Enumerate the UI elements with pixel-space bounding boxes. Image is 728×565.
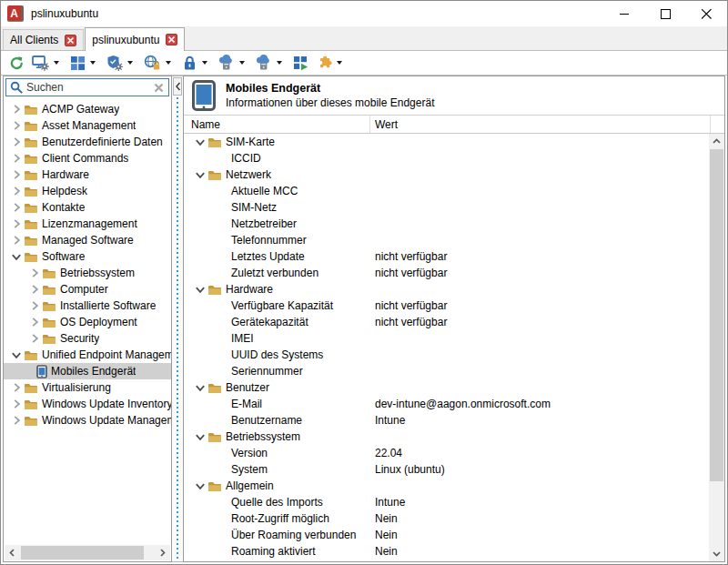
detail-row-aktuelle-mcc[interactable]: Aktuelle MCC (184, 183, 709, 199)
chevron-right-icon[interactable] (9, 135, 24, 149)
chevron-right-icon[interactable] (27, 331, 42, 346)
detail-row-telefonnummer[interactable]: Telefonnummer (184, 232, 709, 248)
scroll-down-button[interactable] (709, 546, 724, 561)
tree-item-mobiles-endger-t[interactable]: Mobiles Endgerät (4, 363, 171, 379)
detail-row-roaming-aktiviert[interactable]: Roaming aktiviertNein (184, 543, 709, 560)
detail-row-iccid[interactable]: ICCID (184, 150, 709, 166)
scroll-left-button[interactable] (5, 545, 20, 560)
dropdown-arrow-icon[interactable] (202, 61, 207, 65)
chevron-down-icon[interactable] (193, 282, 207, 297)
close-button[interactable] (686, 1, 727, 26)
tree-item-virtualisierung[interactable]: Virtualisierung (4, 379, 171, 396)
detail-row-allgemein[interactable]: Allgemein (184, 478, 709, 494)
chevron-right-icon[interactable] (9, 102, 24, 116)
dropdown-arrow-icon[interactable] (166, 61, 171, 65)
detail-row-root-zugriff-m-glich[interactable]: Root-Zugriff möglichNein (184, 510, 709, 527)
chevron-down-icon[interactable] (193, 167, 207, 182)
chevron-right-icon[interactable] (9, 167, 24, 182)
chevron-down-icon[interactable] (9, 249, 24, 264)
client-settings-button[interactable] (29, 53, 66, 73)
tree-item-acmp-gateway[interactable]: ACMP Gateway (4, 101, 171, 117)
tree-item-windows-update-management[interactable]: Windows Update Management (4, 412, 171, 429)
vertical-scrollbar-thumb[interactable] (710, 149, 723, 481)
scroll-right-button[interactable] (155, 545, 170, 560)
tree-item-lizenzmanagement[interactable]: Lizenzmanagement (4, 216, 171, 232)
tab-close-icon[interactable] (166, 34, 177, 45)
chevron-right-icon[interactable] (9, 397, 24, 411)
chevron-down-icon[interactable] (193, 380, 207, 395)
refresh-button[interactable] (6, 54, 27, 73)
detail-row-quelle-des-imports[interactable]: Quelle des ImportsIntune (184, 494, 709, 510)
detail-row-system[interactable]: SystemLinux (ubuntu) (184, 461, 709, 478)
detail-row-netzbetreiber[interactable]: Netzbetreiber (184, 216, 709, 232)
panel-splitter[interactable] (172, 76, 183, 562)
detail-row-ger-tekapazit-t[interactable]: Gerätekapazitätnicht verfügbar (184, 314, 709, 330)
tree-item-computer[interactable]: Computer (4, 281, 171, 298)
collapse-panel-button[interactable] (173, 77, 182, 96)
search-box[interactable] (5, 78, 169, 96)
horizontal-scrollbar-thumb[interactable] (21, 546, 144, 560)
chevron-right-icon[interactable] (27, 282, 42, 297)
tree-item-windows-update-inventory[interactable]: Windows Update Inventory (4, 396, 171, 412)
tree-item-unified-endpoint-management[interactable]: Unified Endpoint Management (4, 347, 171, 363)
detail-row-benutzername[interactable]: BenutzernameIntune (184, 412, 709, 429)
splitter-handle[interactable] (177, 97, 178, 561)
detail-row-uuid-des-systems[interactable]: UUID des Systems (184, 347, 709, 363)
dropdown-arrow-icon[interactable] (54, 61, 59, 65)
detail-row-letztes-update[interactable]: Letztes Updatenicht verfügbar (184, 248, 709, 265)
dropdown-arrow-icon[interactable] (277, 61, 282, 65)
chevron-right-icon[interactable] (9, 151, 24, 166)
cloud-server-button[interactable] (253, 53, 288, 73)
chevron-down-icon[interactable] (9, 348, 24, 362)
tree-item-helpdesk[interactable]: Helpdesk (4, 183, 171, 199)
column-header-name[interactable]: Name (184, 116, 370, 133)
column-header-wert[interactable]: Wert (370, 116, 710, 133)
dropdown-arrow-icon[interactable] (337, 61, 342, 65)
cloud-server-button[interactable] (216, 53, 251, 73)
tree-item-benutzerdefinierte-daten[interactable]: Benutzerdefinierte Daten (4, 134, 171, 150)
tree-item-betriebssystem[interactable]: Betriebssystem (4, 265, 171, 281)
chevron-right-icon[interactable] (9, 233, 24, 247)
puzzle-button[interactable] (313, 54, 349, 73)
tree-item-asset-management[interactable]: Asset Management (4, 117, 171, 134)
chevron-right-icon[interactable] (9, 200, 24, 215)
detail-row-zuletzt-verbunden[interactable]: Zuletzt verbundennicht verfügbar (184, 265, 709, 281)
dropdown-arrow-icon[interactable] (127, 61, 133, 65)
detail-row-benutzer[interactable]: Benutzer (184, 379, 709, 396)
detail-row-sim-karte[interactable]: SIM-Karte (184, 134, 709, 150)
minimize-button[interactable] (604, 1, 645, 26)
detail-row-imei[interactable]: IMEI (184, 330, 709, 347)
chevron-down-icon[interactable] (193, 135, 207, 149)
chevron-down-icon[interactable] (193, 429, 207, 444)
tiles-button[interactable] (67, 54, 102, 73)
tab-all-clients[interactable]: All Clients (3, 29, 84, 50)
lock-button[interactable] (179, 54, 214, 73)
dropdown-arrow-icon[interactable] (239, 61, 245, 65)
detail-row-verf-gbare-kapazit-t[interactable]: Verfügbare Kapazitätnicht verfügbar (184, 298, 709, 314)
clear-search-icon[interactable] (153, 82, 165, 94)
detail-row-netzwerk[interactable]: Netzwerk (184, 166, 709, 183)
maximize-button[interactable] (645, 1, 686, 26)
chevron-right-icon[interactable] (27, 315, 42, 329)
security-settings-button[interactable] (104, 53, 139, 73)
chevron-right-icon[interactable] (9, 118, 24, 133)
tree-item-security[interactable]: Security (4, 330, 171, 347)
scroll-up-button[interactable] (709, 134, 724, 149)
dropdown-arrow-icon[interactable] (90, 61, 96, 65)
tab-pslinuxubuntu[interactable]: pslinuxubuntu (85, 27, 185, 51)
chevron-down-icon[interactable] (193, 479, 207, 493)
vertical-scrollbar[interactable] (709, 134, 724, 561)
chevron-right-icon[interactable] (27, 298, 42, 313)
chevron-right-icon[interactable] (9, 413, 24, 428)
detail-row-seriennummer[interactable]: Seriennummer (184, 363, 709, 379)
tree-item-hardware[interactable]: Hardware (4, 166, 171, 183)
tiles-run-button[interactable] (290, 54, 311, 73)
chevron-right-icon[interactable] (9, 217, 24, 231)
detail-row-hardware[interactable]: Hardware (184, 281, 709, 298)
tree-item-managed-software[interactable]: Managed Software (4, 232, 171, 248)
chevron-right-icon[interactable] (9, 380, 24, 395)
tree-item-installierte-software[interactable]: Installierte Software (4, 298, 171, 314)
chevron-right-icon[interactable] (9, 184, 24, 198)
detail-row-sim-netz[interactable]: SIM-Netz (184, 199, 709, 216)
tab-close-icon[interactable] (65, 35, 76, 46)
